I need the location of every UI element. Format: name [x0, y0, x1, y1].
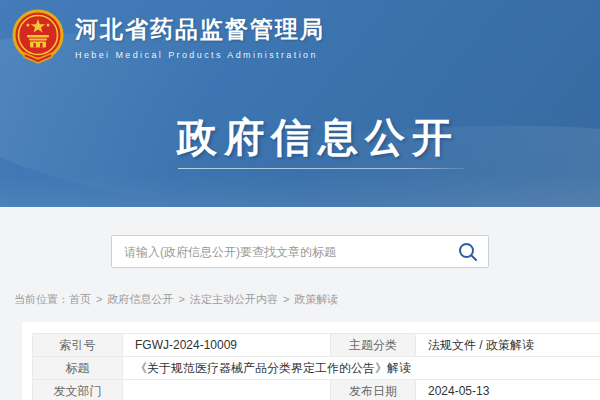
search-button[interactable] — [457, 241, 479, 263]
banner-underline — [178, 168, 465, 169]
issuing-department-value — [123, 380, 331, 400]
search-input[interactable] — [112, 236, 440, 267]
search-section — [0, 207, 600, 268]
breadcrumb-prefix: 当前位置： — [14, 293, 69, 305]
org-name-en: Hebei Medical Products Administration — [75, 50, 325, 60]
content-card: 索引号 FGWJ-2024-10009 主题分类 法规文件 / 政策解读 标题 … — [22, 322, 600, 400]
blue-header-banner: 河北省药品监督管理局 Hebei Medical Products Admini… — [0, 0, 600, 207]
title-value: 《关于规范医疗器械产品分类界定工作的公告》解读 — [123, 357, 600, 380]
table-row: 索引号 FGWJ-2024-10009 主题分类 法规文件 / 政策解读 — [33, 334, 600, 357]
publish-date-value: 2024-05-13 — [416, 380, 600, 400]
search-icon — [457, 241, 479, 263]
subject-category-label: 主题分类 — [331, 334, 416, 357]
breadcrumb-item-policy-interpretation[interactable]: 政策解读 — [294, 293, 338, 305]
search-box — [111, 235, 489, 268]
china-national-emblem-icon — [10, 9, 66, 65]
org-name-cn: 河北省药品监督管理局 — [75, 14, 325, 45]
site-title-group: 河北省药品监督管理局 Hebei Medical Products Admini… — [75, 9, 325, 60]
title-label: 标题 — [33, 357, 123, 380]
table-row: 发文部门 发布日期 2024-05-13 — [33, 380, 600, 400]
breadcrumb-item-info-disclosure[interactable]: 政府信息公开 — [107, 293, 173, 305]
banner-wave-decoration — [0, 173, 600, 207]
breadcrumb-separator: > — [96, 293, 102, 305]
publish-date-label: 发布日期 — [331, 380, 416, 400]
issuing-department-label: 发文部门 — [33, 380, 123, 400]
subject-category-value: 法规文件 / 政策解读 — [416, 334, 600, 357]
breadcrumb: 当前位置：首页>政府信息公开>法定主动公开内容>政策解读 — [14, 292, 600, 307]
document-meta-table: 索引号 FGWJ-2024-10009 主题分类 法规文件 / 政策解读 标题 … — [32, 333, 600, 400]
index-number-label: 索引号 — [33, 334, 123, 357]
site-logo[interactable]: 河北省药品监督管理局 Hebei Medical Products Admini… — [10, 9, 325, 65]
table-row: 标题 《关于规范医疗器械产品分类界定工作的公告》解读 — [33, 357, 600, 380]
page-title: 政府信息公开 — [177, 110, 459, 165]
breadcrumb-separator: > — [283, 293, 289, 305]
breadcrumb-item-home[interactable]: 首页 — [69, 293, 91, 305]
index-number-value: FGWJ-2024-10009 — [123, 334, 331, 357]
breadcrumb-separator: > — [178, 293, 184, 305]
breadcrumb-item-statutory-content[interactable]: 法定主动公开内容 — [190, 293, 278, 305]
